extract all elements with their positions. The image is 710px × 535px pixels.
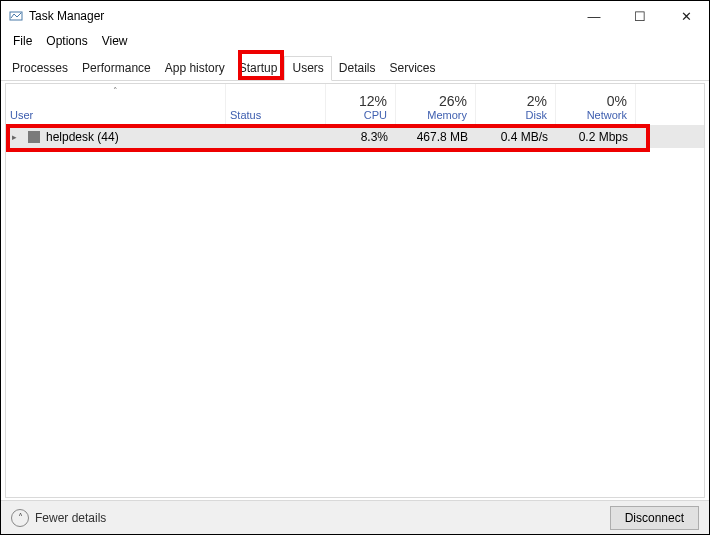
col-cpu[interactable]: 12% CPU <box>326 84 396 125</box>
maximize-button[interactable]: ☐ <box>617 1 663 31</box>
cell-disk: 0.4 MB/s <box>476 130 556 144</box>
tab-details[interactable]: Details <box>332 57 383 80</box>
close-button[interactable]: ✕ <box>663 1 709 31</box>
user-name: helpdesk (44) <box>46 130 119 144</box>
user-table: ˄ User Status 12% CPU 26% Memory 2% Disk… <box>5 83 705 498</box>
col-memory-label: Memory <box>427 109 467 121</box>
col-memory-pct: 26% <box>439 93 467 109</box>
tab-performance[interactable]: Performance <box>75 57 158 80</box>
col-disk-pct: 2% <box>527 93 547 109</box>
minimize-button[interactable]: — <box>571 1 617 31</box>
expand-chevron-icon[interactable]: ▸ <box>12 132 22 142</box>
table-row[interactable]: ▸ helpdesk (44) 8.3% 467.8 MB 0.4 MB/s 0… <box>6 126 704 148</box>
tab-processes[interactable]: Processes <box>5 57 75 80</box>
col-network-label: Network <box>587 109 627 121</box>
table-header: ˄ User Status 12% CPU 26% Memory 2% Disk… <box>6 84 704 126</box>
cell-network: 0.2 Mbps <box>556 130 636 144</box>
app-icon <box>9 9 23 23</box>
col-status-label: Status <box>230 109 317 121</box>
menu-options[interactable]: Options <box>40 33 93 49</box>
tab-strip: Processes Performance App history Startu… <box>1 55 709 81</box>
cell-user: ▸ helpdesk (44) <box>6 130 226 144</box>
col-status[interactable]: Status <box>226 84 326 125</box>
sort-asc-icon: ˄ <box>113 86 118 96</box>
user-icon <box>28 131 40 143</box>
fewer-details-label: Fewer details <box>35 511 106 525</box>
cell-cpu: 8.3% <box>326 130 396 144</box>
disconnect-button[interactable]: Disconnect <box>610 506 699 530</box>
tab-users[interactable]: Users <box>284 56 331 81</box>
menu-file[interactable]: File <box>7 33 38 49</box>
col-memory[interactable]: 26% Memory <box>396 84 476 125</box>
window-controls: — ☐ ✕ <box>571 1 709 31</box>
title-bar: Task Manager — ☐ ✕ <box>1 1 709 31</box>
cell-memory: 467.8 MB <box>396 130 476 144</box>
col-disk[interactable]: 2% Disk <box>476 84 556 125</box>
chevron-up-icon: ˄ <box>11 509 29 527</box>
menu-bar: File Options View <box>1 31 709 51</box>
window-title: Task Manager <box>29 9 104 23</box>
footer-bar: ˄ Fewer details Disconnect <box>1 500 709 534</box>
fewer-details-button[interactable]: ˄ Fewer details <box>11 509 106 527</box>
tab-app-history[interactable]: App history <box>158 57 232 80</box>
col-network[interactable]: 0% Network <box>556 84 636 125</box>
col-cpu-pct: 12% <box>359 93 387 109</box>
tab-startup[interactable]: Startup <box>232 57 285 80</box>
col-network-pct: 0% <box>607 93 627 109</box>
menu-view[interactable]: View <box>96 33 134 49</box>
col-user-label: User <box>10 109 217 121</box>
tab-services[interactable]: Services <box>383 57 443 80</box>
col-cpu-label: CPU <box>364 109 387 121</box>
col-disk-label: Disk <box>526 109 547 121</box>
col-user[interactable]: ˄ User <box>6 84 226 125</box>
